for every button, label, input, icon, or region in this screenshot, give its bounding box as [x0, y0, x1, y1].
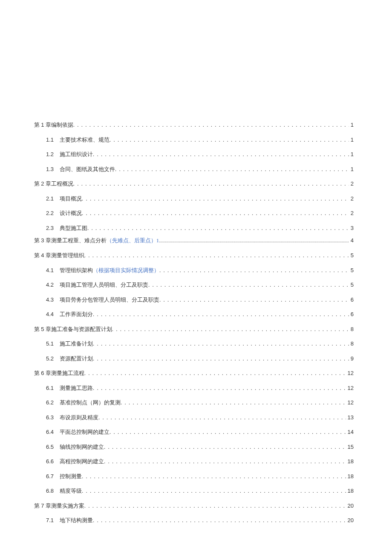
toc-leader-dots: [159, 237, 349, 244]
toc-leader-dots: [115, 166, 349, 173]
toc-entry[interactable]: 6.3布设原则及精度13: [34, 414, 354, 421]
toc-entry[interactable]: 6.5轴线控制网的建立15: [34, 443, 354, 451]
toc-entry[interactable]: 5.2资源配置计划9: [34, 355, 354, 363]
toc-leader-dots: [93, 517, 346, 524]
toc-entry[interactable]: 1.1主要技术标准、规范1: [34, 136, 354, 144]
toc-entry[interactable]: 第 7 章测量实施方案20: [34, 502, 354, 510]
toc-entry-number: 1.2: [46, 151, 54, 157]
toc-entry[interactable]: 7.1地下结构测量20: [34, 517, 354, 524]
toc-entry-number: 4.3: [46, 296, 54, 303]
toc-entry[interactable]: 6.8精度等级18: [34, 487, 354, 495]
toc-entry-number: 4.2: [46, 282, 54, 288]
toc-entry-title: 轴线控制网的建立: [60, 443, 104, 451]
toc-leader-dots: [110, 137, 349, 143]
toc-entry-title: 项目劳务分包管理人员明细、分工及职责: [60, 296, 159, 304]
toc-entry-page: 9: [349, 355, 354, 362]
toc-entry-page: 12: [346, 370, 354, 376]
toc-entry[interactable]: 6.6高程控制网的建立18: [34, 458, 354, 465]
toc-entry-title: 平面总控制网的建立: [60, 428, 110, 436]
toc-entry-title: 资源配置计划: [60, 355, 93, 363]
toc-leader-dots: [87, 225, 349, 232]
toc-leader-dots: [104, 444, 346, 450]
toc-leader-dots: [84, 503, 346, 509]
toc-entry[interactable]: 6.4平面总控制网的建立14: [34, 428, 354, 436]
toc-entry-title: 合同、图纸及其他文件: [60, 166, 115, 173]
toc-leader-dots: [84, 252, 349, 259]
toc-leader-dots: [98, 414, 346, 421]
toc-entry-page: 1: [349, 122, 354, 128]
toc-leader-dots: [82, 210, 349, 217]
toc-entry-page: 20: [346, 517, 354, 523]
toc-leader-dots: [82, 195, 349, 202]
toc-entry-title: 第 2 章工程概况: [34, 180, 73, 188]
toc-entry-number: 6.6: [46, 458, 54, 465]
toc-entry-number: 4.4: [46, 311, 54, 317]
toc-entry-page: 13: [346, 414, 354, 421]
toc-entry-number: 5.1: [46, 340, 54, 347]
toc-entry[interactable]: 5.1施工准备计划8: [34, 340, 354, 348]
toc-entry-title: 第 1 章编制依据: [34, 121, 73, 129]
toc-entry-annotation: （先难点、后重点）1: [107, 237, 159, 244]
toc-entry[interactable]: 第 2 章工程概况2: [34, 180, 354, 188]
toc-entry-title: 第 3 章测量工程重、难点分析: [34, 237, 107, 244]
toc-entry-number: 6.1: [46, 385, 54, 391]
toc-entry-page: 3: [349, 225, 354, 231]
toc-entry[interactable]: 6.7控制测量18: [34, 473, 354, 480]
toc-entry-number: 6.5: [46, 444, 54, 450]
toc-entry-title: 设计概况: [60, 209, 82, 217]
toc-entry-number: 2.1: [46, 195, 54, 202]
toc-entry-page: 1: [349, 166, 354, 172]
toc-leader-dots: [112, 326, 349, 333]
toc-entry-page: 2: [349, 195, 354, 202]
toc-leader-dots: [73, 180, 349, 187]
toc-entry-title: 施工组织设计: [60, 151, 93, 158]
toc-entry[interactable]: 第 5 章施工准备与资源配置计划8: [34, 325, 354, 333]
toc-entry-number: 6.4: [46, 429, 54, 435]
toc-entry-title: 主要技术标准、规范: [60, 136, 110, 144]
toc-entry-title: 第 4 章测量管理组织: [34, 252, 84, 259]
toc-entry[interactable]: 6.2基准控制点（网）的复测12: [34, 399, 354, 407]
toc-entry[interactable]: 2.2设计概况2: [34, 209, 354, 217]
toc-entry[interactable]: 2.1项目概况2: [34, 195, 354, 203]
toc-entry[interactable]: 1.2施工组织设计1: [34, 151, 354, 158]
toc-entry[interactable]: 4.2项目施工管理人员明细、分工及职责5: [34, 281, 354, 289]
toc-entry[interactable]: 4.3项目劳务分包管理人员明细、分工及职责6: [34, 296, 354, 304]
toc-entry[interactable]: 2.3典型施工图3: [34, 224, 354, 232]
toc-entry-page: 8: [349, 340, 354, 347]
toc-entry-number: 2.2: [46, 210, 54, 216]
toc-entry[interactable]: 第 6 章测量施工流程12: [34, 369, 354, 377]
toc-leader-dots: [104, 458, 346, 465]
toc-entry-title: 第 5 章施工准备与资源配置计划: [34, 325, 112, 333]
toc-leader-dots: [93, 385, 346, 392]
toc-entry[interactable]: 4.1管理组织架构（根据项目实际情况调整）5: [34, 267, 354, 274]
toc-entry-number: 6.3: [46, 414, 54, 421]
toc-entry-title: 高程控制网的建立: [60, 458, 104, 465]
toc-entry-page: 18: [346, 488, 354, 494]
toc-entry-page: 4: [349, 237, 354, 244]
toc-entry-number: 2.3: [46, 225, 54, 231]
toc-leader-dots: [84, 370, 346, 377]
toc-entry-title: 典型施工图: [60, 224, 87, 232]
toc-entry-number: 5.2: [46, 355, 54, 362]
toc-entry-page: 8: [349, 326, 354, 332]
toc-entry[interactable]: 第 1 章编制依据1: [34, 121, 354, 129]
toc-entry-page: 1: [349, 137, 354, 143]
toc-entry[interactable]: 第 4 章测量管理组织5: [34, 252, 354, 259]
toc-entry-title: 项目概况: [60, 195, 82, 203]
toc-entry-title: 施工准备计划: [60, 340, 93, 348]
toc-leader-dots: [73, 122, 349, 128]
toc-entry-title: 工作界面划分: [60, 311, 93, 318]
toc-entry-page: 6: [349, 311, 354, 317]
toc-leader-dots: [82, 473, 346, 480]
toc-entry-page: 14: [346, 429, 354, 435]
toc-entry[interactable]: 第 3 章测量工程重、难点分析（先难点、后重点）14: [34, 237, 354, 244]
toc-entry-title: 布设原则及精度: [60, 414, 98, 421]
toc-entry[interactable]: 4.4工作界面划分6: [34, 311, 354, 318]
table-of-contents: 第 1 章编制依据11.1主要技术标准、规范11.2施工组织设计11.3合同、图…: [34, 121, 354, 524]
toc-entry[interactable]: 1.3合同、图纸及其他文件1: [34, 166, 354, 173]
toc-entry-page: 2: [349, 180, 354, 187]
toc-entry[interactable]: 6.1测量施工思路12: [34, 384, 354, 392]
toc-entry-title: 地下结构测量: [60, 517, 93, 524]
toc-leader-dots: [159, 296, 349, 303]
toc-entry-title: 项目施工管理人员明细、分工及职责: [60, 281, 148, 289]
